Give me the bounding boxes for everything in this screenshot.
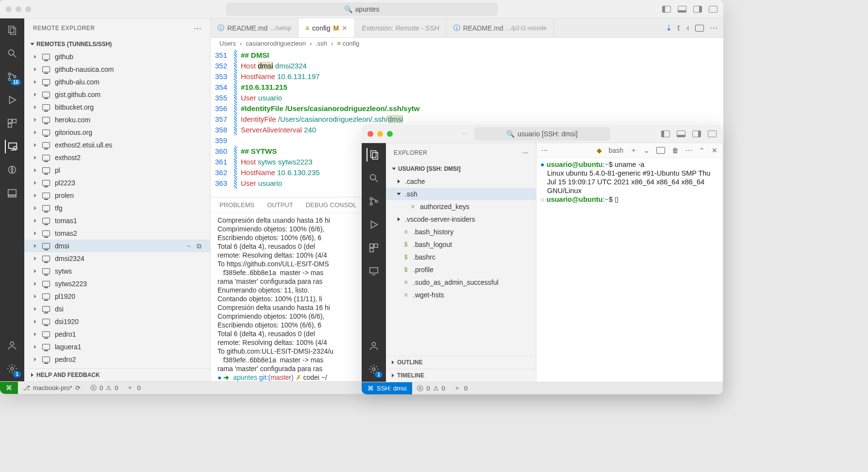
- ab-extensions-icon[interactable]: [5, 116, 19, 130]
- traffic-max[interactable]: [25, 6, 31, 12]
- folder-item[interactable]: .ssh: [386, 188, 536, 200]
- sync-icon[interactable]: ⟳: [75, 384, 81, 391]
- remote-host-item[interactable]: dmsi2324→⧉: [24, 252, 210, 265]
- remote-host-item[interactable]: github→⧉: [24, 50, 210, 63]
- file-item[interactable]: ≡authorized_keys: [386, 200, 536, 213]
- ab-search-icon[interactable]: [367, 171, 381, 185]
- status-remote-name[interactable]: ⎇ macbook-pro* ⟳: [18, 382, 85, 394]
- remote-host-item[interactable]: gitorious.org→⧉: [24, 126, 210, 139]
- new-terminal-icon[interactable]: ＋: [630, 146, 637, 155]
- split-terminal-icon[interactable]: [656, 147, 665, 154]
- ab-account-icon[interactable]: [367, 339, 381, 353]
- ab-search-icon[interactable]: [5, 47, 19, 60]
- command-center[interactable]: 🔍 usuario [SSH: dmsi]: [474, 127, 610, 141]
- code-content[interactable]: Host sytws sytws2223: [241, 157, 313, 167]
- traffic-min[interactable]: [377, 131, 383, 137]
- terminal[interactable]: ● usuario@ubuntu:~$ uname -aLinux ubuntu…: [536, 158, 722, 382]
- breadcrumb-item[interactable]: casianorodriguezleon: [246, 40, 306, 47]
- sidebar-more-icon[interactable]: ⋯: [194, 24, 202, 33]
- ab-scm-icon[interactable]: [367, 195, 381, 208]
- ab-explorer-icon[interactable]: [367, 148, 380, 162]
- ab-settings-icon[interactable]: 1: [367, 362, 381, 376]
- traffic-max[interactable]: [387, 131, 393, 137]
- ab-remote-explorer-icon[interactable]: [5, 140, 18, 153]
- panel-tab[interactable]: OUTPUT: [267, 201, 293, 209]
- layout-bottom-icon[interactable]: [677, 130, 685, 137]
- remote-host-item[interactable]: exthost2.etsii.ull.es→⧉: [24, 139, 210, 151]
- ab-explorer-icon[interactable]: [5, 23, 19, 37]
- remote-host-item[interactable]: heroku.com→⧉: [24, 114, 210, 126]
- remote-host-item[interactable]: pl→⧉: [24, 164, 210, 177]
- outline-header[interactable]: OUTLINE: [386, 356, 536, 369]
- remote-indicator[interactable]: ⌘ SSH: dmsi: [362, 382, 412, 394]
- file-tree[interactable]: .cache.ssh≡authorized_keys.vscode-server…: [386, 175, 536, 356]
- ab-ext3-icon[interactable]: [5, 186, 19, 200]
- remote-host-item[interactable]: sytws→⧉: [24, 265, 210, 277]
- remote-host-item[interactable]: exthost2→⧉: [24, 151, 210, 164]
- breadcrumb-item[interactable]: Users: [219, 40, 236, 47]
- traffic-close[interactable]: [367, 131, 373, 137]
- code-content[interactable]: ServerAliveInterval 240: [241, 125, 316, 135]
- trash-icon[interactable]: 🗑: [672, 146, 679, 154]
- terminal-dropdown-icon[interactable]: ⌄: [644, 146, 650, 154]
- ab-remote-explorer-icon[interactable]: [367, 264, 381, 278]
- traffic-min[interactable]: [16, 6, 21, 12]
- remote-host-item[interactable]: tomas1→⧉: [24, 214, 210, 227]
- file-item[interactable]: ≡.sudo_as_admin_successful: [386, 276, 536, 289]
- file-item[interactable]: ≡.wget-hsts: [386, 289, 536, 301]
- status-ports[interactable]: ᯤ0: [450, 382, 472, 394]
- connect-new-window-icon[interactable]: ⧉: [197, 242, 201, 250]
- layout-customize-icon[interactable]: [709, 6, 718, 13]
- remote-host-item[interactable]: gist.github.com→⧉: [24, 88, 210, 101]
- code-content[interactable]: HostName 10.6.130.235: [241, 167, 320, 178]
- explorer-more-icon[interactable]: ⋯: [522, 149, 529, 156]
- code-content[interactable]: Host dmsi dmsi2324: [241, 61, 307, 71]
- status-ports[interactable]: ᯤ0: [123, 382, 145, 394]
- folder-item[interactable]: .cache: [386, 175, 536, 188]
- layout-right-icon[interactable]: [693, 6, 702, 13]
- nav-back-icon[interactable]: ←: [461, 129, 469, 139]
- editor-tab[interactable]: ⓘREADME.md.../setup: [211, 18, 299, 37]
- breadcrumbs[interactable]: Users›casianorodriguezleon›.ssh›≡ config: [211, 38, 723, 49]
- traffic-lights[interactable]: [367, 131, 393, 137]
- remote-host-item[interactable]: pl1920→⧉: [24, 290, 210, 303]
- editor-tab[interactable]: Extension: Remote - SSH: [355, 18, 447, 37]
- editor-more-icon[interactable]: ⋯: [710, 23, 718, 33]
- compare-icon[interactable]: ⫞: [685, 24, 689, 33]
- editor-tab[interactable]: ⓘREADME.md.../p2-t1-vscode: [447, 18, 554, 37]
- file-item[interactable]: ≡.bash_history: [386, 226, 536, 238]
- workspace-header[interactable]: USUARIO [SSH: DMSI]: [386, 163, 536, 175]
- tab-action-t[interactable]: t: [678, 24, 680, 33]
- file-item[interactable]: $.profile: [386, 263, 536, 276]
- close-icon[interactable]: ✕: [342, 24, 348, 32]
- traffic-lights[interactable]: [6, 6, 31, 12]
- file-item[interactable]: $.bash_logout: [386, 238, 536, 251]
- ab-account-icon[interactable]: [5, 339, 19, 352]
- editor-tab[interactable]: ≡configM✕: [299, 18, 355, 37]
- code-content[interactable]: ## DMSI: [241, 50, 269, 61]
- remote-indicator[interactable]: ⌘: [0, 382, 18, 394]
- terminal-more-icon[interactable]: ⋯: [541, 146, 548, 154]
- status-problems[interactable]: ⓧ0 ⚠0: [412, 382, 450, 394]
- remote-host-item[interactable]: dmsi→⧉: [24, 240, 210, 252]
- remote-host-item[interactable]: tfg→⧉: [24, 202, 210, 214]
- close-panel-icon[interactable]: ✕: [712, 146, 718, 154]
- split-editor-icon[interactable]: [695, 25, 704, 32]
- traffic-close[interactable]: [6, 6, 12, 12]
- code-content[interactable]: #10.6.131.215: [241, 82, 287, 93]
- code-content[interactable]: HostName 10.6.131.197: [241, 71, 320, 82]
- remote-host-item[interactable]: sytws2223→⧉: [24, 277, 210, 290]
- code-content[interactable]: User usuario: [241, 178, 282, 189]
- layout-bottom-icon[interactable]: [678, 6, 686, 13]
- code-content[interactable]: IdentityFile /Users/casianorodriguezleon…: [241, 114, 403, 125]
- timeline-header[interactable]: TIMELINE: [386, 369, 536, 382]
- remote-host-item[interactable]: pedro1→⧉: [24, 328, 210, 341]
- layout-left-icon[interactable]: [661, 130, 670, 137]
- ab-debug-icon[interactable]: [367, 218, 381, 231]
- code-content[interactable]: ## SYTWS: [241, 146, 277, 157]
- remote-host-item[interactable]: github-nausica.com→⧉: [24, 63, 210, 76]
- layout-left-icon[interactable]: [662, 6, 671, 13]
- panel-tab[interactable]: PROBLEMS: [219, 201, 254, 209]
- remotes-section-header[interactable]: REMOTES (TUNNELS/SSH): [24, 38, 210, 50]
- chevron-up-icon[interactable]: ⌃: [699, 146, 705, 154]
